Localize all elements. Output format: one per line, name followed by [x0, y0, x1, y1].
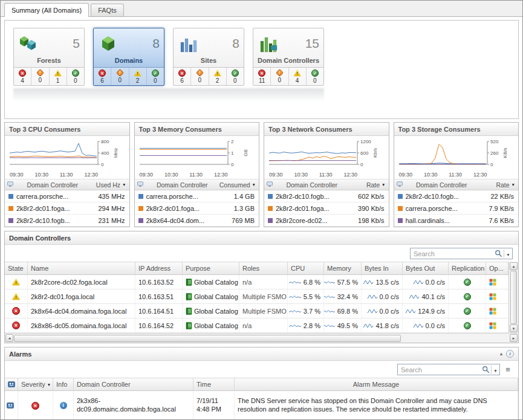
dc-name: 2k8r2core-dc02.foga.local: [31, 279, 108, 286]
column-header-value[interactable]: Rate: [478, 181, 518, 189]
scroll-right-button[interactable]: [510, 334, 518, 342]
column-header-domain-controller[interactable]: Domain Controller: [275, 181, 349, 189]
column-header-memory[interactable]: Memory: [324, 262, 362, 274]
dc-value: 198 Kb/s: [351, 217, 389, 224]
fatal-icon: ✕: [31, 402, 39, 410]
search-icon[interactable]: [481, 366, 491, 373]
list-item[interactable]: carrera.porsche...7.9 KB/s: [394, 202, 519, 215]
status-cell-fatal[interactable]: ✕6: [174, 68, 190, 85]
memory-cell: 49.5 %: [324, 318, 362, 332]
status-cell-critical[interactable]: !0: [270, 68, 288, 85]
dc-search-input[interactable]: [411, 250, 493, 257]
scroll-down-button[interactable]: [510, 325, 518, 332]
column-header-value[interactable]: Consumed: [219, 181, 259, 189]
list-item[interactable]: 2k8r2-dc01.foga...390 Kb/s: [264, 202, 389, 215]
list-item[interactable]: 2k8r2-dc10.fogb...602 Kb/s: [264, 190, 389, 202]
tab-summary-all-domains[interactable]: Summary (All Domains): [4, 3, 89, 17]
alarm-row[interactable]: ✕i2k3x86-dc09.domainc.domainb.foga.local…: [5, 391, 518, 420]
svg-text:Kb/s: Kb/s: [372, 148, 378, 158]
column-header-op[interactable]: Op...: [486, 262, 508, 274]
alarms-search-box: [397, 364, 500, 375]
status-cell-warning[interactable]: !1: [49, 68, 67, 85]
alarms-panel: Alarms SeverityInfoDomain ControllerTime…: [4, 347, 519, 420]
status-cell-normal[interactable]: ✓0: [67, 68, 84, 85]
normal-icon: ✓: [152, 69, 159, 77]
status-cell-warning[interactable]: !2: [209, 68, 226, 85]
column-header-bytes-out[interactable]: Bytes Out: [403, 262, 449, 274]
column-header-ip-address[interactable]: IP Address: [135, 262, 183, 274]
status-cell-normal[interactable]: ✓0: [306, 68, 323, 85]
series-swatch: [138, 194, 143, 199]
table-row[interactable]: !2k8r2core-dc02.foga.local10.6.163.52Glo…: [5, 275, 508, 289]
table-row[interactable]: ✕2k8x64-dc04.domaina.foga.local10.6.164.…: [5, 304, 508, 318]
column-header-severity[interactable]: Severity: [18, 378, 53, 390]
alarms-search-input[interactable]: [398, 366, 481, 373]
fatal-icon: ✕: [99, 69, 106, 77]
info-icon[interactable]: i: [60, 402, 67, 409]
tab-faqts[interactable]: FAQts: [91, 4, 124, 16]
status-cell-critical[interactable]: !0: [31, 68, 48, 85]
list-item[interactable]: hall.cardinals...7.6 KB/s: [394, 215, 519, 227]
column-header-cpu[interactable]: CPU: [288, 262, 324, 274]
column-header-bytes-in[interactable]: Bytes In: [362, 262, 403, 274]
status-cell-critical[interactable]: !0: [190, 68, 208, 85]
column-header-alarm-message[interactable]: Alarm Message: [235, 378, 518, 390]
column-header-domain-controller[interactable]: Domain Controller: [146, 181, 219, 189]
svg-text:1: 1: [231, 150, 234, 156]
series-swatch: [8, 206, 13, 211]
tile-domain-controllers[interactable]: 15Domain Controllers✕11!0!4✓0: [253, 28, 324, 86]
table-row[interactable]: !2k8r2-dc01.foga.local10.6.163.51Global …: [5, 289, 508, 304]
x-tick-label: 12:30: [473, 172, 487, 178]
status-cell-fatal[interactable]: ✕4: [14, 68, 31, 85]
list-item[interactable]: 2k8x64-dc04.dom...769 MB: [135, 215, 259, 227]
column-header-value[interactable]: Used Hz: [89, 181, 129, 189]
column-header-value[interactable]: Rate: [349, 181, 389, 189]
tile-forests[interactable]: 5Forests✕4!0!1✓0: [13, 28, 85, 86]
list-item[interactable]: 2k8r2-dc10.fogb...22 KB/s: [394, 190, 519, 202]
search-icon[interactable]: [493, 250, 504, 257]
list-view-icon[interactable]: [503, 365, 513, 375]
tile-sites[interactable]: 8Sites✕6!0!2✓0: [173, 28, 244, 86]
column-header-time[interactable]: Time: [193, 378, 235, 390]
column-header-purpose[interactable]: Purpose: [183, 262, 239, 274]
column-header-domain-controller[interactable]: Domain Controller: [16, 181, 89, 189]
status-cell-fatal[interactable]: ✕6: [94, 68, 111, 85]
list-item[interactable]: carrera.porsche...435 MHz: [5, 190, 129, 202]
scroll-up-button[interactable]: [510, 262, 518, 270]
status-cell-warning[interactable]: !2: [129, 68, 146, 85]
list-item[interactable]: 2k8r2-dc01.foga...294 MHz: [5, 202, 129, 215]
list-item[interactable]: carrera.porsche...1.4 GB: [135, 190, 259, 202]
list-item[interactable]: 2k8r2-dc10.fogb...231 MHz: [5, 215, 129, 227]
list-item[interactable]: 2k8r2core-dc02...198 Kb/s: [264, 215, 389, 227]
scroll-left-button[interactable]: [5, 334, 13, 342]
horizontal-scrollbar[interactable]: [5, 333, 518, 343]
column-header-replication[interactable]: Replication: [449, 262, 486, 274]
roles-cell: Multiple FSMO: [239, 289, 288, 303]
table-row[interactable]: ✕2k8x86-dc05.domaina.foga.local10.6.164.…: [5, 318, 508, 333]
column-header-domain-controller[interactable]: Domain Controller: [405, 181, 479, 189]
search-options-dropdown-icon[interactable]: [492, 366, 499, 373]
column-header-roles[interactable]: Roles: [239, 262, 288, 274]
vscroll-thumb[interactable]: [510, 271, 517, 324]
column-header-state[interactable]: State: [5, 262, 28, 274]
status-cell-critical[interactable]: !0: [111, 68, 128, 85]
status-cell-normal[interactable]: ✓0: [146, 68, 164, 85]
status-cell-fatal[interactable]: ✕11: [253, 68, 270, 85]
roles-label: n/a: [242, 322, 252, 329]
tile-domains[interactable]: 8Domains✕6!0!2✓0: [93, 28, 164, 86]
collapse-icon[interactable]: [500, 351, 502, 357]
column-header-name[interactable]: Name: [28, 262, 135, 274]
status-cell-warning[interactable]: !4: [288, 68, 306, 85]
help-icon[interactable]: [506, 350, 514, 358]
roles-label: Multiple FSMO: [242, 293, 287, 300]
list-item[interactable]: 2k8r2-dc01.foga...1.3 GB: [135, 202, 259, 215]
status-cell-normal[interactable]: ✓0: [226, 68, 244, 85]
hscroll-thumb[interactable]: [14, 335, 401, 342]
column-header-info[interactable]: Info: [53, 378, 74, 390]
column-header-domain-controller[interactable]: Domain Controller: [74, 378, 193, 390]
os-cell: [486, 304, 508, 318]
vertical-scrollbar[interactable]: [508, 262, 518, 333]
dc-value: 294 MHz: [92, 205, 129, 212]
tile-count: 15: [279, 36, 319, 51]
search-options-dropdown-icon[interactable]: [504, 250, 512, 257]
